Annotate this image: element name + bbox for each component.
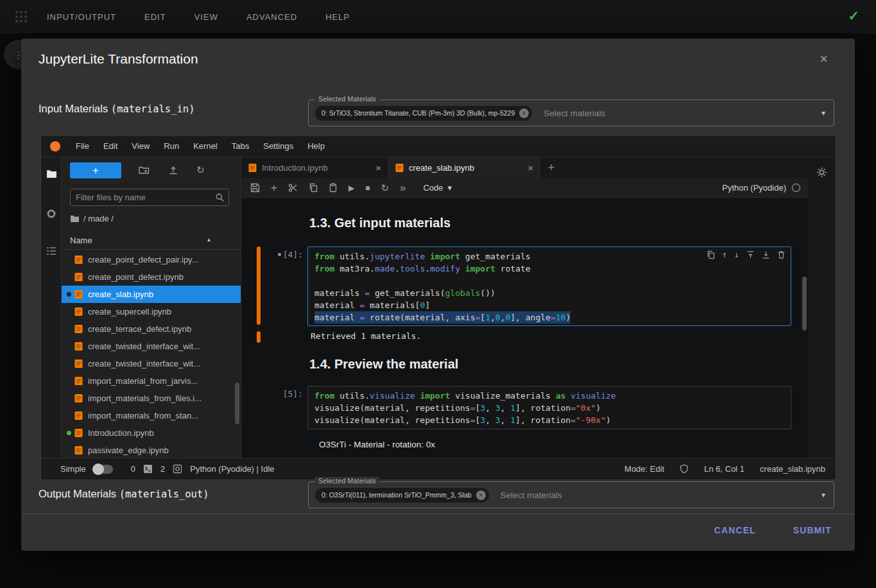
notebook-file-icon <box>74 307 84 316</box>
upload-icon[interactable] <box>168 165 178 175</box>
insert-cell-icon[interactable]: + <box>271 184 277 193</box>
cell-output-text: Retrieved 1 materials. <box>311 331 421 341</box>
new-folder-icon[interactable] <box>139 165 150 175</box>
tab-Introduction.ipynb[interactable]: Introduction.ipynb× <box>241 157 388 178</box>
close-icon[interactable]: × <box>820 53 828 65</box>
apply-check-icon[interactable]: ✓ <box>848 8 859 24</box>
file-row[interactable]: create_supercell.ipynb <box>62 303 241 320</box>
file-dot-placeholder <box>67 275 71 279</box>
topbar-menu-item[interactable]: ADVANCED <box>246 12 297 22</box>
kernel-status-label[interactable]: Python (Pyodide) | Idle <box>190 464 274 474</box>
file-name: passivate_edge.ipynb <box>88 445 169 455</box>
code-cell-5[interactable]: from utils.visualize import visualize_ma… <box>307 386 791 429</box>
jupyter-menu-item[interactable]: File <box>69 136 96 157</box>
notebook-scrollbar[interactable] <box>802 277 807 331</box>
cursor-position[interactable]: Ln 6, Col 1 <box>704 464 744 474</box>
output-material-chip[interactable]: 0: O3SrTi(011), termination SrTiO_Pmmm_3… <box>315 488 489 503</box>
jupyter-menu-item[interactable]: Edit <box>96 136 125 157</box>
kernel-indicator[interactable]: Python (Pyodide) <box>722 183 800 193</box>
file-row[interactable]: create_point_defect.ipynb <box>62 268 241 286</box>
close-tab-icon[interactable]: × <box>528 162 533 173</box>
file-list-header[interactable]: Name ▴ <box>62 232 241 250</box>
output-materials-select[interactable]: Selected Materials 0: O3SrTi(011), termi… <box>308 481 834 508</box>
table-of-contents-icon[interactable] <box>41 246 62 255</box>
notebook-file-icon <box>248 163 257 173</box>
add-tab-button[interactable]: + <box>540 157 562 178</box>
running-sessions-icon[interactable] <box>41 209 62 219</box>
notebook-file-icon <box>74 376 84 386</box>
jupyter-menu-item[interactable]: Kernel <box>186 136 225 157</box>
file-row[interactable]: Introduction.ipynb <box>62 424 241 442</box>
code-line: material = materials[0] <box>314 299 784 311</box>
file-row[interactable]: passivate_edge.ipynb <box>62 442 241 459</box>
tab-create_slab.ipynb[interactable]: create_slab.ipynb× <box>388 157 540 178</box>
delete-cell-icon[interactable] <box>777 250 786 259</box>
chip-remove-icon[interactable]: × <box>476 490 486 500</box>
paste-icon[interactable] <box>329 183 338 193</box>
file-filter-box <box>70 189 229 206</box>
save-icon[interactable] <box>250 183 260 193</box>
jupyter-menu-item[interactable]: Settings <box>256 136 300 157</box>
restart-kernel-icon[interactable]: ↻ <box>381 184 389 193</box>
stop-icon[interactable]: ■ <box>365 184 370 193</box>
jupyter-menu: FileEditViewRunKernelTabsSettingsHelp <box>69 136 332 157</box>
move-cell-up-icon[interactable]: ↑ <box>722 250 727 259</box>
notebook-file-icon <box>74 445 84 455</box>
kernel-sessions-icon <box>173 464 182 474</box>
jupyter-menu-item[interactable]: Help <box>300 136 332 157</box>
topbar-menu-item[interactable]: HELP <box>325 12 350 22</box>
new-launcher-button[interactable]: + <box>70 162 121 178</box>
code-cell-4[interactable]: ↑ ↓ <box>307 246 791 326</box>
file-row[interactable]: create_point_defect_pair.ipy... <box>62 251 241 268</box>
topbar-menu-item[interactable]: INPUT/OUTPUT <box>47 12 116 22</box>
input-materials-select[interactable]: Selected Materials 0: SrTiO3, Strontium … <box>308 99 834 126</box>
file-browser-icon[interactable] <box>41 169 62 178</box>
file-name: create_supercell.ipynb <box>88 307 171 316</box>
active-filename[interactable]: create_slab.ipynb <box>760 464 825 474</box>
cell-type-dropdown[interactable]: Code ▾ <box>423 183 452 193</box>
cut-icon[interactable] <box>288 183 298 193</box>
input-material-chip[interactable]: 0: SrTiO3, Strontium Titanate, CUB (Pm-3… <box>315 106 532 121</box>
file-list-scrollbar[interactable] <box>235 383 239 424</box>
output-collapser[interactable] <box>257 331 261 343</box>
file-dot-placeholder <box>67 379 71 383</box>
insert-cell-below-icon[interactable] <box>762 250 770 259</box>
settings-gear-icon[interactable] <box>816 167 827 178</box>
file-filter-input[interactable] <box>76 189 210 205</box>
duplicate-cell-icon[interactable] <box>707 250 715 259</box>
cell-toolbar: ↑ ↓ <box>707 250 786 259</box>
dialog-title: JupyterLite Transformation <box>39 51 198 67</box>
file-row[interactable]: create_terrace_defect.ipynb <box>62 320 241 338</box>
chevron-down-icon[interactable]: ▾ <box>821 108 825 117</box>
cancel-button[interactable]: CANCEL <box>710 519 760 542</box>
chevron-down-icon[interactable]: ▾ <box>821 490 825 499</box>
name-column-header[interactable]: Name <box>70 236 92 245</box>
simple-mode-toggle[interactable] <box>94 465 113 474</box>
app-grid-icon[interactable] <box>15 11 27 22</box>
file-row[interactable]: import_material_from_jarvis... <box>62 372 241 390</box>
jupyter-menu-item[interactable]: Run <box>157 136 186 157</box>
terminals-count: 0 <box>131 464 135 474</box>
file-row[interactable]: create_twisted_interface_wit... <box>62 338 241 355</box>
breadcrumb[interactable]: / made / <box>70 214 114 223</box>
topbar-menu-item[interactable]: VIEW <box>194 12 218 22</box>
restart-run-all-icon[interactable]: » <box>400 184 406 193</box>
close-tab-icon[interactable]: × <box>375 162 381 173</box>
run-icon[interactable]: ▶ <box>348 184 354 193</box>
top-menu-bar: INPUT/OUTPUTEDITVIEWADVANCEDHELP ✓ <box>0 0 876 33</box>
file-row[interactable]: create_twisted_interface_wit... <box>62 355 241 372</box>
file-row[interactable]: import_materials_from_files.i... <box>62 390 241 407</box>
insert-cell-above-icon[interactable] <box>746 250 755 259</box>
copy-icon[interactable] <box>309 183 318 193</box>
jupyter-menu-item[interactable]: View <box>125 136 157 157</box>
refresh-icon[interactable]: ↻ <box>196 164 205 176</box>
chip-remove-icon[interactable]: × <box>519 108 529 118</box>
topbar-menu-item[interactable]: EDIT <box>144 12 166 22</box>
move-cell-down-icon[interactable]: ↓ <box>734 250 739 259</box>
file-row[interactable]: import_materials_from_stan... <box>62 407 241 424</box>
mode-indicator[interactable]: Mode: Edit <box>624 464 664 474</box>
submit-button[interactable]: SUBMIT <box>789 519 836 542</box>
jupyter-menu-item[interactable]: Tabs <box>225 136 256 157</box>
file-row[interactable]: create_slab.ipynb <box>62 286 241 303</box>
chevron-down-icon: ▾ <box>448 183 452 193</box>
